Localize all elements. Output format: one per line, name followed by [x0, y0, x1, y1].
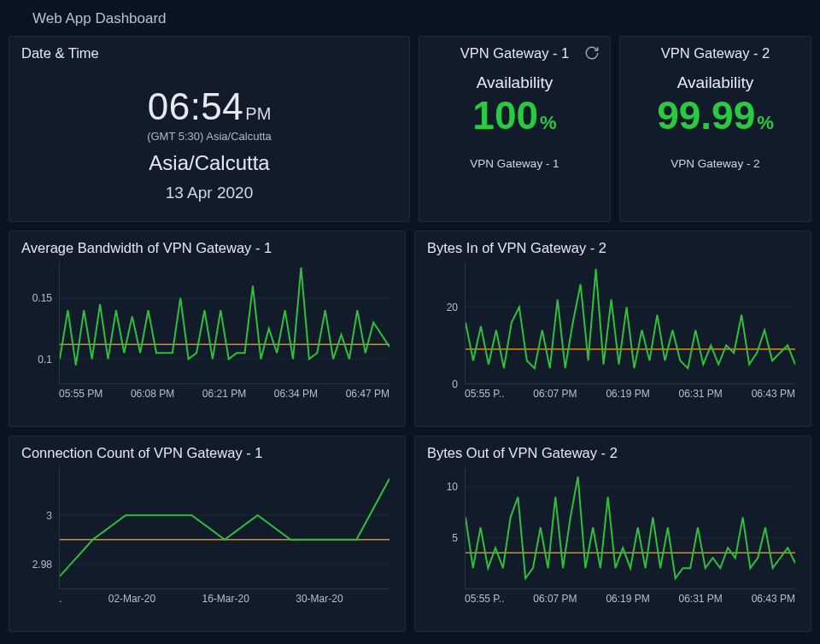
- datetime-panel: Date & Time 06:54PM (GMT 5:30) Asia/Calc…: [9, 36, 410, 222]
- chart-cc1-panel: Connection Count of VPN Gateway - 1 32.9…: [9, 436, 406, 632]
- chart-bin2[interactable]: 20005:55 P..06:07 PM06:19 PM06:31 PM06:4…: [427, 261, 799, 405]
- datetime-body: 06:54PM (GMT 5:30) Asia/Calcutta Asia/Ca…: [21, 67, 397, 202]
- refresh-icon[interactable]: [584, 45, 600, 61]
- vpn2-unit: %: [757, 112, 774, 133]
- vpn2-footer: VPN Gateway - 2: [632, 157, 799, 170]
- chart-cc1[interactable]: 32.98.02-Mar-2016-Mar-2030-Mar-20: [21, 466, 393, 610]
- clock-hours-minutes: 06:54: [148, 85, 244, 127]
- vpn1-panel: VPN Gateway - 1 Availability 100% VPN Ga…: [419, 36, 611, 222]
- chart-cc1-title: Connection Count of VPN Gateway - 1: [21, 445, 393, 461]
- timezone-city: Asia/Calcutta: [21, 151, 397, 175]
- chart-bin2-panel: Bytes In of VPN Gateway - 2 20005:55 P..…: [414, 231, 811, 427]
- vpn2-value: 99.99: [657, 93, 755, 138]
- dashboard-title: Web App Dashboard: [9, 7, 811, 36]
- chart-bin2-title: Bytes In of VPN Gateway - 2: [427, 240, 799, 256]
- datetime-panel-title: Date & Time: [21, 45, 397, 61]
- chart-row-2: Connection Count of VPN Gateway - 1 32.9…: [9, 436, 811, 632]
- chart-bout2-title: Bytes Out of VPN Gateway - 2: [427, 445, 799, 461]
- timezone-label: (GMT 5:30) Asia/Calcutta: [21, 130, 397, 143]
- chart-bout2[interactable]: 10505:55 P..06:07 PM06:19 PM06:31 PM06:4…: [427, 466, 799, 610]
- date-label: 13 Apr 2020: [21, 184, 397, 202]
- vpn2-panel: VPN Gateway - 2 Availability 99.99% VPN …: [619, 36, 811, 222]
- vpn1-footer: VPN Gateway - 1: [431, 157, 598, 170]
- vpn1-title: VPN Gateway - 1: [431, 45, 598, 61]
- chart-row-1: Average Bandwidth of VPN Gateway - 1 0.1…: [9, 231, 811, 427]
- vpn1-availability-value: 100%: [431, 92, 598, 138]
- chart-bout2-panel: Bytes Out of VPN Gateway - 2 10505:55 P.…: [414, 436, 811, 632]
- vpn2-availability-label: Availability: [632, 73, 799, 92]
- top-row: Date & Time 06:54PM (GMT 5:30) Asia/Calc…: [9, 36, 811, 222]
- clock-ampm: PM: [245, 104, 271, 123]
- clock-time: 06:54PM: [21, 85, 397, 128]
- chart-bw1-title: Average Bandwidth of VPN Gateway - 1: [21, 240, 393, 256]
- chart-bw1[interactable]: 0.150.105:55 PM06:08 PM06:21 PM06:34 PM0…: [21, 261, 393, 405]
- vpn1-availability-label: Availability: [431, 73, 598, 92]
- vpn2-title: VPN Gateway - 2: [632, 45, 799, 61]
- vpn1-value: 100: [472, 93, 538, 138]
- vpn2-availability-value: 99.99%: [632, 92, 799, 138]
- chart-bw1-panel: Average Bandwidth of VPN Gateway - 1 0.1…: [9, 231, 406, 427]
- vpn1-unit: %: [540, 112, 557, 133]
